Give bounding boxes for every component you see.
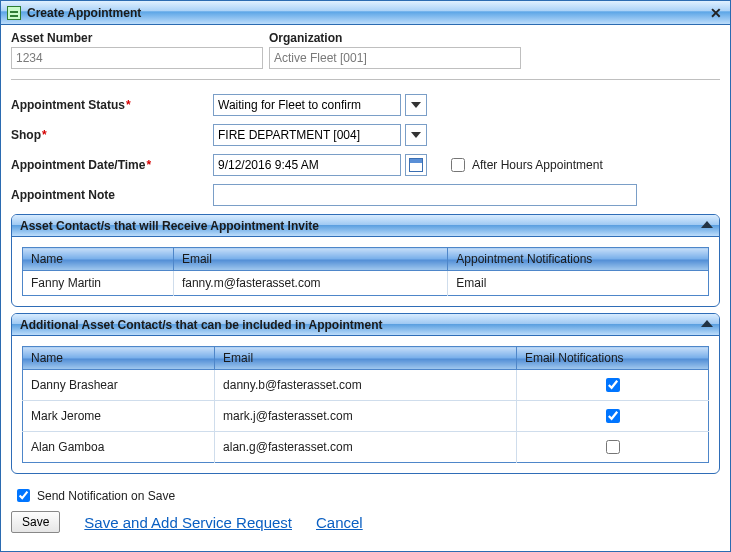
close-button[interactable]: ✕ (708, 5, 724, 21)
save-add-service-request-link[interactable]: Save and Add Service Request (84, 514, 292, 531)
panel-receive-invite: Asset Contact/s that will Receive Appoin… (11, 214, 720, 307)
col-name[interactable]: Name (23, 347, 215, 370)
app-icon (7, 6, 21, 20)
label-appointment-status: Appointment Status* (11, 98, 213, 112)
table-row[interactable]: Danny Brashear danny.b@fasterasset.com (23, 370, 709, 401)
panel-additional-title: Additional Asset Contact/s that can be i… (20, 318, 382, 332)
window-title: Create Appointment (27, 6, 702, 20)
table-row[interactable]: Mark Jerome mark.j@fasterasset.com (23, 401, 709, 432)
after-hours-checkbox-wrap[interactable]: After Hours Appointment (447, 155, 603, 175)
label-asset-number: Asset Number (11, 31, 269, 45)
dialog-create-appointment: Create Appointment ✕ Asset Number Organi… (0, 0, 731, 552)
send-notification-checkbox[interactable] (17, 489, 30, 502)
calendar-icon (409, 158, 423, 172)
label-appointment-note: Appointment Note (11, 188, 213, 202)
chevron-down-icon (411, 132, 421, 138)
asset-number-input[interactable] (11, 47, 263, 69)
appointment-note-input[interactable] (213, 184, 637, 206)
label-organization: Organization (269, 31, 342, 45)
label-appointment-datetime: Appointment Date/Time* (11, 158, 213, 172)
collapse-icon (701, 320, 713, 327)
col-email[interactable]: Email (215, 347, 517, 370)
after-hours-checkbox[interactable] (451, 158, 465, 172)
appointment-status-select[interactable] (213, 94, 401, 116)
col-name[interactable]: Name (23, 248, 174, 271)
email-notif-checkbox[interactable] (606, 440, 620, 454)
titlebar: Create Appointment ✕ (1, 1, 730, 25)
col-notifications[interactable]: Appointment Notifications (448, 248, 709, 271)
table-row[interactable]: Alan Gamboa alan.g@fasterasset.com (23, 432, 709, 463)
panel-additional-contacts: Additional Asset Contact/s that can be i… (11, 313, 720, 474)
collapse-icon (701, 221, 713, 228)
shop-dropdown-button[interactable] (405, 124, 427, 146)
save-button[interactable]: Save (11, 511, 60, 533)
send-notification-wrap[interactable]: Send Notification on Save (13, 486, 175, 505)
email-notif-checkbox[interactable] (606, 378, 620, 392)
panel-receive-header[interactable]: Asset Contact/s that will Receive Appoin… (12, 215, 719, 237)
table-receive-contacts: Name Email Appointment Notifications Fan… (22, 247, 709, 296)
col-email[interactable]: Email (173, 248, 447, 271)
separator (11, 79, 720, 80)
email-notif-checkbox[interactable] (606, 409, 620, 423)
calendar-button[interactable] (405, 154, 427, 176)
label-shop: Shop* (11, 128, 213, 142)
appointment-status-dropdown-button[interactable] (405, 94, 427, 116)
send-notification-label: Send Notification on Save (37, 489, 175, 503)
panel-additional-header[interactable]: Additional Asset Contact/s that can be i… (12, 314, 719, 336)
col-email-notifications[interactable]: Email Notifications (516, 347, 708, 370)
after-hours-label: After Hours Appointment (472, 158, 603, 172)
chevron-down-icon (411, 102, 421, 108)
appointment-datetime-input[interactable] (213, 154, 401, 176)
cancel-link[interactable]: Cancel (316, 514, 363, 531)
panel-receive-title: Asset Contact/s that will Receive Appoin… (20, 219, 319, 233)
table-row[interactable]: Fanny Martin fanny.m@fasterasset.com Ema… (23, 271, 709, 296)
table-additional-contacts: Name Email Email Notifications Danny Bra… (22, 346, 709, 463)
shop-select[interactable] (213, 124, 401, 146)
organization-input[interactable] (269, 47, 521, 69)
dialog-body: Asset Number Organization Appointment St… (1, 25, 730, 551)
